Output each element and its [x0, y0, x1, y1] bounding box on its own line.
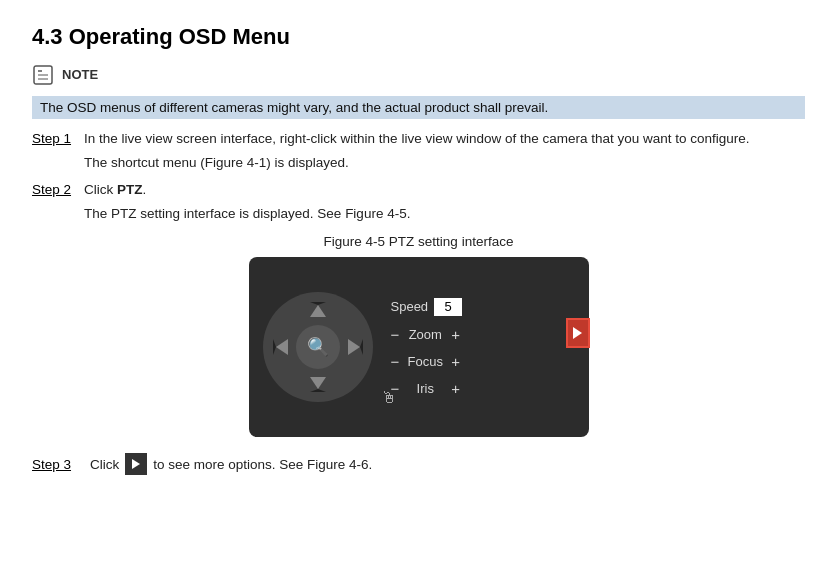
ptz-speed-input[interactable]: [434, 298, 462, 316]
inline-expand-button[interactable]: [125, 453, 147, 475]
step3-row: Step 3 Click to see more options. See Fi…: [32, 453, 805, 475]
inline-arrow-icon: [132, 459, 140, 469]
ptz-zoom-row: − Zoom +: [391, 326, 575, 343]
step2-row: Step 2 Click PTZ.: [32, 180, 805, 200]
search-icon: 🔍: [307, 336, 329, 358]
ptz-panel: 🔍 🖱 Speed − Zoom +: [249, 257, 589, 437]
step2-sub: The PTZ setting interface is displayed. …: [84, 204, 805, 224]
zoom-plus-button[interactable]: +: [451, 326, 460, 343]
note-text: The OSD menus of different cameras might…: [32, 96, 805, 119]
step3-label: Step 3: [32, 457, 84, 472]
step3-text1: Click: [90, 457, 119, 472]
focus-plus-button[interactable]: +: [451, 353, 460, 370]
focus-minus-button[interactable]: −: [391, 353, 400, 370]
ptz-figure: 🔍 🖱 Speed − Zoom +: [32, 257, 805, 437]
dpad-up-arrow[interactable]: [310, 302, 326, 317]
dpad-center[interactable]: 🔍: [296, 325, 340, 369]
note-label: NOTE: [62, 64, 98, 86]
expand-arrow-icon: [573, 327, 582, 339]
step2-text: Click: [84, 182, 117, 197]
focus-label: Focus: [407, 354, 443, 369]
note-box: NOTE: [32, 64, 805, 86]
ptz-iris-row: − Iris +: [391, 380, 575, 397]
step2-label: Step 2: [32, 180, 84, 200]
step2-content: Click PTZ.: [84, 180, 805, 200]
step2-text2: .: [143, 182, 147, 197]
ptz-controls: Speed − Zoom + − Focus + −: [391, 298, 575, 397]
ptz-speed-row: Speed: [391, 298, 575, 316]
dpad-down-arrow[interactable]: [310, 377, 326, 392]
step1-label: Step 1: [32, 129, 84, 149]
directional-pad[interactable]: 🔍: [263, 292, 373, 402]
ptz-focus-row: − Focus +: [391, 353, 575, 370]
expand-options-button[interactable]: [566, 318, 590, 348]
iris-plus-button[interactable]: +: [451, 380, 460, 397]
mouse-icon-wrapper: 🖱: [381, 389, 397, 407]
step1-sub: The shortcut menu (Figure 4-1) is displa…: [84, 153, 805, 173]
step2-bold: PTZ: [117, 182, 143, 197]
step1-row: Step 1 In the live view screen interface…: [32, 129, 805, 149]
step3-text2: to see more options. See Figure 4-6.: [153, 457, 372, 472]
dpad-left-arrow[interactable]: [273, 339, 288, 355]
page-title: 4.3 Operating OSD Menu: [32, 24, 805, 50]
dpad-right-arrow[interactable]: [348, 339, 363, 355]
ptz-speed-label: Speed: [391, 299, 429, 314]
iris-label: Iris: [407, 381, 443, 396]
steps-container: Step 1 In the live view screen interface…: [32, 129, 805, 475]
zoom-minus-button[interactable]: −: [391, 326, 400, 343]
note-icon: [32, 64, 54, 86]
zoom-label: Zoom: [407, 327, 443, 342]
figure-caption: Figure 4-5 PTZ setting interface: [32, 234, 805, 249]
step1-content: In the live view screen interface, right…: [84, 129, 805, 149]
mouse-icon: 🖱: [381, 389, 397, 406]
